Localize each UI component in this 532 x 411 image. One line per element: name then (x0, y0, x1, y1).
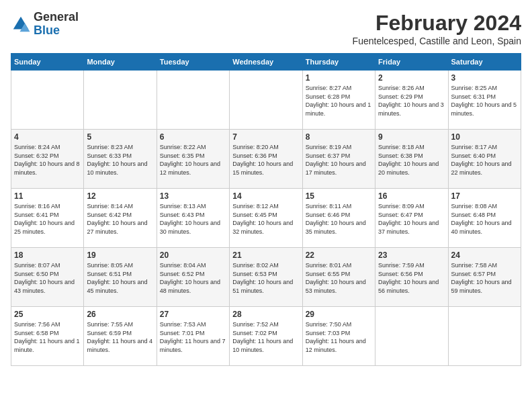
table-cell: 9Sunrise: 8:18 AM Sunset: 6:38 PM Daylig… (375, 130, 448, 189)
day-info: Sunrise: 8:02 AM Sunset: 6:53 PM Dayligh… (232, 261, 299, 295)
day-number: 2 (378, 73, 445, 83)
day-info: Sunrise: 8:19 AM Sunset: 6:37 PM Dayligh… (306, 143, 372, 177)
logo-general: General (34, 10, 79, 24)
day-number: 21 (232, 250, 299, 260)
table-cell: 15Sunrise: 8:11 AM Sunset: 6:46 PM Dayli… (302, 189, 375, 248)
table-cell (84, 71, 157, 130)
day-number: 15 (306, 191, 372, 201)
day-number: 27 (160, 310, 226, 319)
day-number: 17 (451, 191, 518, 201)
day-number: 7 (232, 132, 299, 142)
table-cell: 18Sunrise: 8:07 AM Sunset: 6:50 PM Dayli… (11, 248, 84, 307)
table-cell: 16Sunrise: 8:09 AM Sunset: 6:47 PM Dayli… (375, 189, 448, 248)
weekday-header-tuesday: Tuesday (157, 54, 229, 71)
day-info: Sunrise: 7:53 AM Sunset: 7:01 PM Dayligh… (160, 320, 226, 354)
day-number: 4 (14, 132, 81, 142)
day-info: Sunrise: 8:24 AM Sunset: 6:32 PM Dayligh… (14, 143, 81, 177)
calendar-table: SundayMondayTuesdayWednesdayThursdayFrid… (11, 53, 521, 366)
table-cell: 25Sunrise: 7:56 AM Sunset: 6:58 PM Dayli… (11, 307, 84, 366)
table-cell: 22Sunrise: 8:01 AM Sunset: 6:55 PM Dayli… (302, 248, 375, 307)
table-cell: 19Sunrise: 8:05 AM Sunset: 6:51 PM Dayli… (84, 248, 157, 307)
day-info: Sunrise: 7:59 AM Sunset: 6:56 PM Dayligh… (378, 261, 445, 295)
day-info: Sunrise: 8:18 AM Sunset: 6:38 PM Dayligh… (378, 143, 445, 177)
table-cell: 23Sunrise: 7:59 AM Sunset: 6:56 PM Dayli… (375, 248, 448, 307)
table-cell: 4Sunrise: 8:24 AM Sunset: 6:32 PM Daylig… (11, 130, 84, 189)
logo-icon (11, 14, 31, 34)
day-info: Sunrise: 8:12 AM Sunset: 6:45 PM Dayligh… (232, 202, 299, 236)
day-info: Sunrise: 8:16 AM Sunset: 6:41 PM Dayligh… (14, 202, 81, 236)
table-cell (448, 307, 521, 366)
logo-blue: Blue (34, 24, 60, 37)
weekday-header-friday: Friday (375, 54, 448, 71)
table-cell: 14Sunrise: 8:12 AM Sunset: 6:45 PM Dayli… (230, 189, 302, 248)
day-info: Sunrise: 8:25 AM Sunset: 6:31 PM Dayligh… (451, 84, 518, 118)
day-number: 11 (14, 191, 81, 201)
day-number: 28 (232, 310, 299, 319)
table-cell: 5Sunrise: 8:23 AM Sunset: 6:33 PM Daylig… (84, 130, 157, 189)
day-info: Sunrise: 8:05 AM Sunset: 6:51 PM Dayligh… (87, 261, 153, 295)
day-number: 14 (232, 191, 299, 201)
day-number: 29 (306, 310, 372, 319)
weekday-header-saturday: Saturday (448, 54, 521, 71)
day-info: Sunrise: 8:01 AM Sunset: 6:55 PM Dayligh… (306, 261, 372, 295)
day-number: 13 (160, 191, 226, 201)
day-number: 26 (87, 310, 153, 319)
day-info: Sunrise: 8:23 AM Sunset: 6:33 PM Dayligh… (87, 143, 153, 177)
day-info: Sunrise: 8:17 AM Sunset: 6:40 PM Dayligh… (451, 143, 518, 177)
day-info: Sunrise: 8:13 AM Sunset: 6:43 PM Dayligh… (160, 202, 226, 236)
day-number: 9 (378, 132, 445, 142)
day-info: Sunrise: 8:11 AM Sunset: 6:46 PM Dayligh… (306, 202, 372, 236)
month-title: February 2024 (353, 11, 521, 36)
table-cell: 11Sunrise: 8:16 AM Sunset: 6:41 PM Dayli… (11, 189, 84, 248)
day-info: Sunrise: 8:08 AM Sunset: 6:48 PM Dayligh… (451, 202, 518, 236)
day-number: 12 (87, 191, 153, 201)
page-header: General Blue February 2024 Fuentelcesped… (11, 11, 521, 46)
weekday-header-row: SundayMondayTuesdayWednesdayThursdayFrid… (11, 54, 521, 71)
week-row-5: 25Sunrise: 7:56 AM Sunset: 6:58 PM Dayli… (11, 307, 521, 366)
table-cell: 10Sunrise: 8:17 AM Sunset: 6:40 PM Dayli… (448, 130, 521, 189)
table-cell: 26Sunrise: 7:55 AM Sunset: 6:59 PM Dayli… (84, 307, 157, 366)
table-cell: 6Sunrise: 8:22 AM Sunset: 6:35 PM Daylig… (157, 130, 229, 189)
day-info: Sunrise: 8:22 AM Sunset: 6:35 PM Dayligh… (160, 143, 226, 177)
logo: General Blue (11, 11, 79, 38)
table-cell (375, 307, 448, 366)
logo-text: General Blue (34, 11, 79, 38)
week-row-4: 18Sunrise: 8:07 AM Sunset: 6:50 PM Dayli… (11, 248, 521, 307)
weekday-header-wednesday: Wednesday (230, 54, 302, 71)
day-number: 5 (87, 132, 153, 142)
table-cell: 2Sunrise: 8:26 AM Sunset: 6:29 PM Daylig… (375, 71, 448, 130)
table-cell: 29Sunrise: 7:50 AM Sunset: 7:03 PM Dayli… (302, 307, 375, 366)
day-info: Sunrise: 8:20 AM Sunset: 6:36 PM Dayligh… (232, 143, 299, 177)
table-cell: 24Sunrise: 7:58 AM Sunset: 6:57 PM Dayli… (448, 248, 521, 307)
table-cell (11, 71, 84, 130)
day-info: Sunrise: 8:04 AM Sunset: 6:52 PM Dayligh… (160, 261, 226, 295)
table-cell: 27Sunrise: 7:53 AM Sunset: 7:01 PM Dayli… (157, 307, 229, 366)
day-number: 6 (160, 132, 226, 142)
day-number: 1 (306, 73, 372, 83)
day-info: Sunrise: 8:14 AM Sunset: 6:42 PM Dayligh… (87, 202, 153, 236)
day-number: 22 (306, 250, 372, 260)
day-number: 24 (451, 250, 518, 260)
week-row-3: 11Sunrise: 8:16 AM Sunset: 6:41 PM Dayli… (11, 189, 521, 248)
location-title: Fuentelcesped, Castille and Leon, Spain (353, 36, 521, 46)
day-info: Sunrise: 8:07 AM Sunset: 6:50 PM Dayligh… (14, 261, 81, 295)
table-cell: 3Sunrise: 8:25 AM Sunset: 6:31 PM Daylig… (448, 71, 521, 130)
table-cell: 1Sunrise: 8:27 AM Sunset: 6:28 PM Daylig… (302, 71, 375, 130)
table-cell: 21Sunrise: 8:02 AM Sunset: 6:53 PM Dayli… (230, 248, 302, 307)
day-info: Sunrise: 7:55 AM Sunset: 6:59 PM Dayligh… (87, 320, 153, 354)
title-block: February 2024 Fuentelcesped, Castille an… (353, 11, 521, 46)
table-cell: 12Sunrise: 8:14 AM Sunset: 6:42 PM Dayli… (84, 189, 157, 248)
day-number: 19 (87, 250, 153, 260)
day-number: 23 (378, 250, 445, 260)
weekday-header-thursday: Thursday (302, 54, 375, 71)
table-cell: 28Sunrise: 7:52 AM Sunset: 7:02 PM Dayli… (230, 307, 302, 366)
day-info: Sunrise: 8:27 AM Sunset: 6:28 PM Dayligh… (306, 84, 372, 118)
day-number: 10 (451, 132, 518, 142)
weekday-header-monday: Monday (84, 54, 157, 71)
week-row-2: 4Sunrise: 8:24 AM Sunset: 6:32 PM Daylig… (11, 130, 521, 189)
day-number: 25 (14, 310, 81, 319)
day-info: Sunrise: 8:09 AM Sunset: 6:47 PM Dayligh… (378, 202, 445, 236)
table-cell: 20Sunrise: 8:04 AM Sunset: 6:52 PM Dayli… (157, 248, 229, 307)
table-cell: 17Sunrise: 8:08 AM Sunset: 6:48 PM Dayli… (448, 189, 521, 248)
day-info: Sunrise: 7:56 AM Sunset: 6:58 PM Dayligh… (14, 320, 81, 354)
